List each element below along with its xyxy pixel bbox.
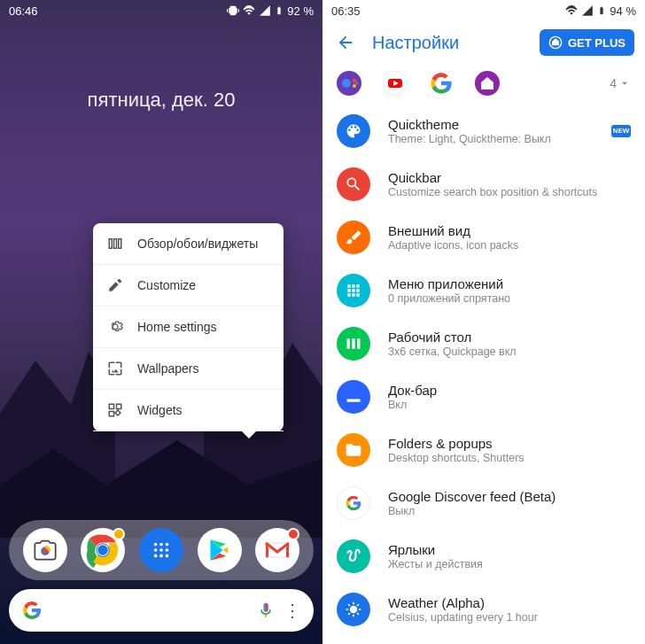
notification-badge xyxy=(287,528,299,540)
settings-row[interactable]: Рабочий стол3x6 сетка, Quickpage вкл xyxy=(322,317,645,370)
settings-row[interactable]: Folders & popupsDesktop shortcuts, Shutt… xyxy=(322,423,645,477)
settings-row[interactable]: Внешний видAdaptive icons, icon packs xyxy=(322,211,645,264)
settings-row[interactable]: ЯрлыкиЖесты и действия xyxy=(322,530,645,583)
row-subtitle: Celsius, updating every 1 hour xyxy=(388,611,631,624)
popup-tail xyxy=(241,431,257,438)
camera-app-icon[interactable] xyxy=(23,528,67,572)
row-title: Google Discover feed (Beta) xyxy=(388,489,631,504)
settings-row[interactable]: Док-барВкл xyxy=(322,370,645,423)
row-subtitle: Вкл xyxy=(388,399,631,411)
svg-point-10 xyxy=(159,548,163,552)
status-icons: 92 % xyxy=(227,4,314,18)
row-subtitle: Customize search box position & shortcut… xyxy=(388,186,631,198)
svg-point-26 xyxy=(350,606,357,613)
row-subtitle: 0 приложений спрятано xyxy=(388,292,631,305)
ctx-home-settings[interactable]: Home settings xyxy=(93,306,284,348)
row-title: Weather (Alpha) xyxy=(388,595,631,610)
get-plus-button[interactable]: GET PLUS xyxy=(540,29,634,56)
appbar-title: Настройки xyxy=(372,33,459,53)
row-subtitle: 3x6 сетка, Quickpage вкл xyxy=(388,345,631,358)
row-texts: Меню приложений0 приложений спрятано xyxy=(388,276,631,305)
ctx-overview[interactable]: Обзор/обои/виджеты xyxy=(93,223,284,265)
row-subtitle: Theme: Light, Quicktheme: Выкл xyxy=(388,133,594,145)
gmail-app-icon[interactable] xyxy=(255,528,299,572)
row-icon xyxy=(337,593,370,626)
date-widget[interactable]: пятница, дек. 20 xyxy=(0,89,322,112)
ctx-label: Wallpapers xyxy=(137,361,199,376)
row-texts: Док-барВкл xyxy=(388,383,631,411)
chrome-app-icon[interactable] xyxy=(81,528,125,572)
row-icon xyxy=(337,167,370,201)
search-bar[interactable]: ⋮ xyxy=(9,589,314,632)
more-icon[interactable]: ⋮ xyxy=(284,600,301,621)
svg-point-5 xyxy=(98,545,109,555)
gear-icon xyxy=(107,319,123,335)
row-texts: Weather (Alpha)Celsius, updating every 1… xyxy=(388,595,631,624)
ctx-label: Обзор/обои/виджеты xyxy=(137,237,258,251)
svg-point-11 xyxy=(166,548,169,552)
svg-point-13 xyxy=(159,555,163,558)
svg-point-1 xyxy=(43,548,48,554)
status-bar: 06:46 92 % xyxy=(0,0,322,21)
settings-row[interactable]: Google Discover feed (Beta)Выкл xyxy=(322,477,645,530)
row-icon xyxy=(337,114,370,148)
row-texts: Внешний видAdaptive icons, icon packs xyxy=(388,223,631,252)
ctx-customize[interactable]: Customize xyxy=(93,265,284,306)
svg-point-14 xyxy=(166,555,169,558)
back-button[interactable] xyxy=(333,30,358,55)
settings-list[interactable]: QuickthemeTheme: Light, Quicktheme: Выкл… xyxy=(322,105,645,644)
row-texts: Google Discover feed (Beta)Выкл xyxy=(388,489,631,517)
quick-icon-assistant[interactable] xyxy=(337,71,361,96)
settings-row[interactable]: Weather (Alpha)Celsius, updating every 1… xyxy=(322,583,645,636)
chevron-down-icon xyxy=(618,77,631,89)
pencil-icon xyxy=(107,277,123,293)
mic-icon[interactable] xyxy=(257,601,275,619)
ctx-label: Widgets xyxy=(137,403,183,417)
quick-icon-home[interactable] xyxy=(475,71,500,96)
play-store-icon[interactable] xyxy=(198,528,242,572)
signal-icon xyxy=(259,4,271,17)
row-subtitle: Жесты и действия xyxy=(388,558,631,570)
battery-percent: 94 % xyxy=(610,4,636,18)
wallpaper-icon xyxy=(107,361,123,376)
ctx-label: Home settings xyxy=(137,320,216,334)
vibrate-icon xyxy=(227,4,239,17)
quick-icon-youtube[interactable] xyxy=(383,71,408,96)
row-icon xyxy=(337,327,370,361)
row-texts: QuickthemeTheme: Light, Quicktheme: Выкл xyxy=(388,117,594,145)
row-texts: ЯрлыкиЖесты и действия xyxy=(388,542,631,570)
row-title: Док-бар xyxy=(388,383,631,398)
status-icons: 94 % xyxy=(565,4,636,18)
row-title: Внешний вид xyxy=(388,223,631,238)
get-plus-label: GET PLUS xyxy=(568,36,626,50)
battery-icon xyxy=(597,4,606,17)
wifi-icon xyxy=(565,4,578,17)
settings-phone: 06:35 94 % Настройки GET PLUS 4 Quickthe… xyxy=(322,0,645,644)
quick-icons-row: 4 xyxy=(322,71,645,96)
quick-count[interactable]: 4 xyxy=(610,76,631,90)
row-icon xyxy=(337,274,370,307)
settings-row[interactable]: Меню приложений0 приложений спрятано xyxy=(322,264,645,317)
svg-point-20 xyxy=(353,84,356,88)
ctx-wallpapers[interactable]: Wallpapers xyxy=(93,348,284,390)
app-drawer-icon[interactable] xyxy=(139,528,183,572)
status-time: 06:46 xyxy=(9,4,38,18)
settings-row[interactable]: QuickbarCustomize search box position & … xyxy=(322,158,645,211)
quick-icon-google[interactable] xyxy=(429,71,454,96)
row-title: Меню приложений xyxy=(388,276,631,291)
row-title: Folders & popups xyxy=(388,436,631,451)
overview-icon xyxy=(107,236,123,252)
row-icon xyxy=(337,539,370,573)
ctx-widgets[interactable]: Widgets xyxy=(93,390,284,431)
row-title: Ярлыки xyxy=(388,542,631,557)
status-bar: 06:35 94 % xyxy=(322,0,645,21)
row-texts: Folders & popupsDesktop shortcuts, Shutt… xyxy=(388,436,631,464)
settings-row[interactable]: QuickthemeTheme: Light, Quicktheme: Выкл… xyxy=(322,105,645,158)
ctx-label: Customize xyxy=(137,278,196,292)
svg-point-19 xyxy=(353,79,357,83)
row-icon xyxy=(337,221,370,254)
svg-point-9 xyxy=(154,548,158,552)
row-title: Quicktheme xyxy=(388,117,594,132)
search-input[interactable] xyxy=(51,602,257,618)
homescreen-phone: 06:46 92 % пятница, дек. 20 Обзор/обои/в… xyxy=(0,0,322,644)
